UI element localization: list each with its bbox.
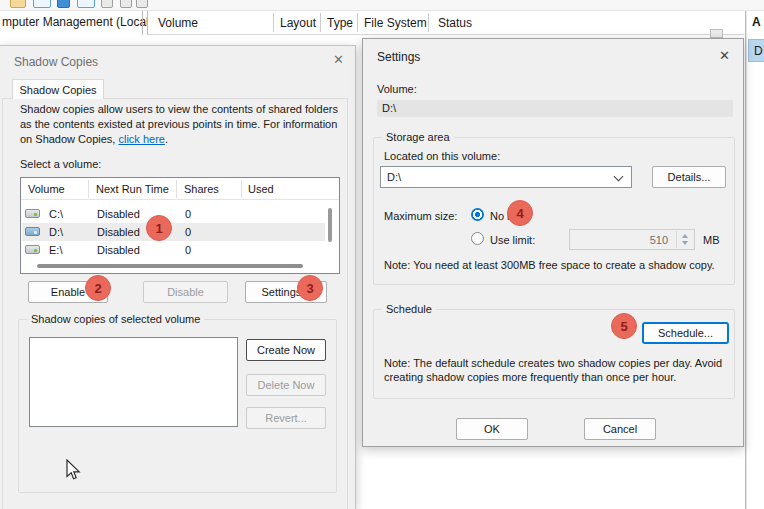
vl-col-volume[interactable]: Volume: [28, 183, 65, 195]
storage-area-group-label: Storage area: [382, 131, 454, 143]
volume-value-field: D:\: [377, 100, 733, 117]
volume-list-header: Volume Next Run Time Shares Used: [21, 178, 339, 200]
column-filesystem[interactable]: File System: [364, 16, 427, 30]
create-now-button[interactable]: Create Now: [246, 339, 326, 361]
column-layout[interactable]: Layout: [280, 16, 316, 30]
console-tree-icon[interactable]: [33, 0, 51, 8]
actions-pane-header: A: [752, 15, 761, 29]
drive-icon: [25, 245, 40, 254]
close-icon[interactable]: ✕: [333, 52, 344, 67]
maximum-size-label: Maximum size:: [384, 210, 457, 222]
schedule-button[interactable]: Schedule...: [642, 322, 729, 344]
volume-row-d[interactable]: D:\ Disabled 0: [22, 223, 325, 241]
column-volume[interactable]: Volume: [158, 16, 198, 30]
volume-list-header-row: Volume Layout Type File System Status: [148, 11, 744, 35]
vertical-scrollbar[interactable]: [328, 208, 332, 242]
ok-button[interactable]: OK: [456, 418, 528, 440]
spin-up-icon[interactable]: [682, 234, 688, 238]
panel-separator: [142, 11, 143, 35]
settings-dialog: Settings ✕ Volume: D:\ Storage area Loca…: [362, 38, 744, 447]
annotation-step-2: 2: [85, 275, 111, 301]
storage-note: Note: You need at least 300MB free space…: [384, 258, 729, 272]
limit-size-spinner[interactable]: 510: [569, 229, 695, 250]
located-volume-select[interactable]: D:\: [380, 166, 632, 188]
delete-now-button[interactable]: Delete Now: [246, 374, 326, 396]
actions-pane-divider: [745, 11, 747, 509]
chevron-down-icon: [614, 172, 624, 182]
actions-selected-label: D: [754, 44, 763, 58]
mb-unit-label: MB: [703, 234, 720, 246]
tab-shadow-copies[interactable]: Shadow Copies: [12, 79, 104, 99]
volume-row-e[interactable]: E:\ Disabled 0: [22, 241, 325, 259]
drive-icon: [25, 227, 40, 236]
annotation-step-1: 1: [146, 215, 172, 241]
shadow-intro-text: Shadow copies allow users to view the co…: [20, 102, 338, 147]
limit-size-value: 510: [650, 234, 668, 246]
shadow-dialog-title: Shadow Copies: [14, 55, 98, 69]
use-limit-radio[interactable]: [471, 232, 484, 245]
storage-area-group: Storage area Located on this volume: D:\…: [373, 137, 735, 285]
located-volume-value: D:\: [387, 171, 401, 183]
spin-down-icon[interactable]: [682, 241, 688, 245]
settings-dialog-title: Settings: [377, 50, 420, 64]
shadow-copies-list[interactable]: [29, 337, 238, 427]
scrollbar-top-notch: [710, 29, 723, 38]
actions-selected-row[interactable]: D: [748, 39, 764, 62]
use-limit-label[interactable]: Use limit:: [490, 234, 535, 246]
mouse-cursor: [66, 459, 82, 481]
close-icon[interactable]: ✕: [719, 48, 730, 63]
schedule-note: Note: The default schedule creates two s…: [384, 356, 729, 384]
volume-label: Volume:: [377, 83, 417, 95]
click-here-link[interactable]: click here: [118, 133, 164, 145]
annotation-step-3: 3: [297, 275, 323, 301]
revert-button[interactable]: Revert...: [246, 407, 326, 429]
select-volume-label: Select a volume:: [20, 158, 101, 170]
folder-icon[interactable]: [10, 0, 26, 8]
volume-list[interactable]: Volume Next Run Time Shares Used C:\ Dis…: [20, 177, 340, 274]
pointer-icon[interactable]: [101, 0, 113, 8]
annotation-step-4: 4: [507, 200, 533, 226]
column-status[interactable]: Status: [438, 16, 472, 30]
show-action-pane-icon[interactable]: [77, 0, 95, 8]
cancel-button[interactable]: Cancel: [584, 418, 656, 440]
disable-button[interactable]: Disable: [143, 281, 228, 303]
vl-col-nextrun[interactable]: Next Run Time: [96, 183, 169, 195]
console-tree-root[interactable]: mputer Management (Local: [2, 15, 149, 29]
volume-row-c[interactable]: C:\ Disabled 0: [22, 205, 325, 223]
no-limit-radio[interactable]: [471, 208, 484, 221]
details-button[interactable]: Details...: [652, 166, 726, 188]
add-snapin-icon[interactable]: [57, 0, 70, 8]
vl-col-shares[interactable]: Shares: [184, 183, 219, 195]
drive-icon: [25, 209, 40, 218]
annotation-step-5: 5: [611, 313, 637, 339]
schedule-group-label: Schedule: [382, 303, 436, 315]
located-label: Located on this volume:: [384, 150, 500, 162]
schedule-group: Schedule Schedule... Note: The default s…: [373, 309, 735, 399]
spinner-buttons[interactable]: [676, 231, 693, 248]
shadow-copies-group-label: Shadow copies of selected volume: [27, 313, 204, 325]
refresh-icon[interactable]: [136, 0, 148, 8]
mmc-toolbar: [0, 0, 764, 11]
horizontal-scrollbar[interactable]: [37, 264, 303, 268]
column-type[interactable]: Type: [327, 16, 353, 30]
help-icon[interactable]: [120, 0, 132, 8]
vl-col-used[interactable]: Used: [248, 183, 274, 195]
screen: mputer Management (Local Volume Layout T…: [0, 0, 764, 509]
